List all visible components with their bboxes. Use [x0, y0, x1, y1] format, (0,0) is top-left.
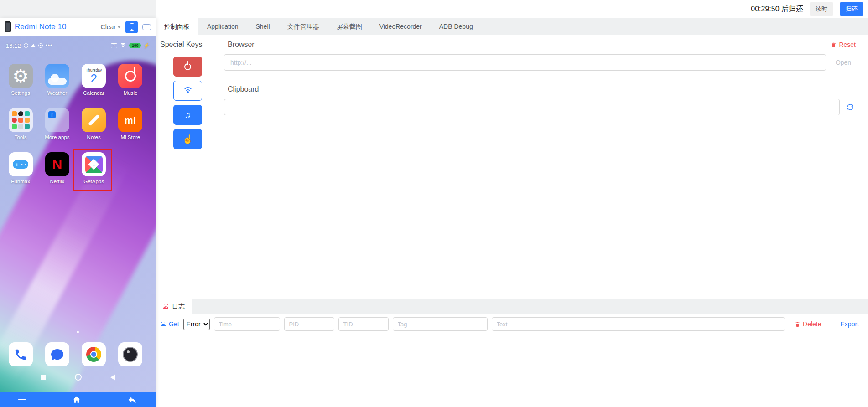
back-triangle-icon[interactable]: [110, 374, 115, 381]
home-circle-icon[interactable]: [75, 374, 82, 381]
special-keys-title: Special Keys: [156, 41, 220, 49]
calendar-day: 2: [90, 72, 97, 85]
browser-url-input[interactable]: [224, 54, 826, 71]
tab-control-panel[interactable]: 控制面板: [156, 18, 198, 35]
log-controls: Get Error Delete Export: [156, 314, 868, 335]
camera-app-icon: [118, 342, 142, 366]
funmax-app-icon: [9, 152, 33, 176]
more-status-icon: •••: [46, 42, 53, 49]
status-time: 16:12: [6, 42, 21, 49]
trash-icon: [831, 42, 837, 48]
power-icon: [184, 63, 191, 70]
return-device-button[interactable]: 归还: [840, 2, 863, 16]
music-note-icon: ♫: [184, 110, 191, 120]
app-tile-calendar[interactable]: Thursday 2 Calendar: [76, 64, 112, 108]
app-tile-weather[interactable]: Weather: [39, 64, 75, 108]
netflix-app-icon: N: [45, 152, 69, 176]
reset-button[interactable]: Reset: [831, 41, 856, 48]
dock-camera[interactable]: [112, 342, 149, 366]
app-label: Settings: [11, 90, 30, 96]
clipboard-refresh-button[interactable]: [840, 103, 861, 111]
clipboard-input[interactable]: [224, 99, 840, 115]
recents-square-icon[interactable]: [41, 375, 46, 380]
tab-screenshot[interactable]: 屏幕截图: [328, 18, 371, 35]
log-pid-filter[interactable]: [284, 317, 334, 331]
extend-session-button[interactable]: 续时: [810, 2, 833, 16]
phone-status-bar: 16:12 ••• ✕ 100 ⚡: [0, 41, 156, 50]
pencil-icon: [88, 114, 100, 126]
log-get-button[interactable]: Get: [160, 320, 179, 328]
tab-video-recorder[interactable]: VideoRecorder: [371, 18, 431, 35]
device-name: Redmi Note 10: [15, 22, 66, 31]
dock-phone[interactable]: [2, 342, 39, 366]
tab-shell[interactable]: Shell: [247, 18, 279, 35]
device-thumbnail-icon: [5, 21, 11, 32]
home-button[interactable]: [72, 395, 81, 404]
phone-screen[interactable]: 16:12 ••• ✕ 100 ⚡ ⚙ Settings: [0, 36, 156, 392]
remote-navbar: [0, 392, 156, 407]
wifi-status-icon: [120, 43, 127, 48]
app-label: Music: [124, 90, 137, 96]
log-panel: 日志 Get Error Delete Export: [156, 299, 868, 407]
device-panel: Redmi Note 10 Clear 16:12 ••• ✕: [0, 18, 156, 407]
gamepad-icon: [13, 160, 28, 169]
top-left-strip: [0, 0, 156, 18]
control-panel-content: Special Keys ♫ ☝ Browser Reset Open: [156, 35, 868, 299]
getapps-selection-box: [73, 149, 112, 191]
app-tile-more-apps-folder[interactable]: f More apps: [39, 108, 75, 152]
log-tag-filter[interactable]: [393, 317, 488, 331]
log-time-filter[interactable]: [214, 317, 280, 331]
landscape-orientation-button[interactable]: [142, 24, 151, 30]
more-apps-folder-icon: f: [45, 108, 69, 132]
tab-file-manager[interactable]: 文件管理器: [279, 18, 328, 35]
power-key-button[interactable]: [173, 57, 202, 77]
tab-log[interactable]: 日志: [156, 299, 192, 314]
app-tile-notes[interactable]: Notes: [76, 108, 112, 152]
app-tile-music[interactable]: Music: [112, 64, 149, 108]
volume-key-button[interactable]: ♫: [173, 105, 202, 125]
app-label: Funmax: [11, 179, 30, 184]
data-saver-status-icon: [38, 43, 43, 48]
android-nav-hints: [0, 374, 156, 381]
log-tid-filter[interactable]: [338, 317, 389, 331]
weather-app-icon: [45, 64, 69, 88]
log-export-button[interactable]: Export: [841, 320, 859, 328]
dock: [2, 342, 149, 366]
main-column: Browser Reset Open Clipboard: [220, 35, 868, 124]
app-label: Notes: [87, 134, 101, 140]
session-timer: 00:29:50 后归还: [751, 5, 803, 14]
clipboard-section-title: Clipboard: [228, 85, 259, 93]
open-url-button[interactable]: Open: [826, 59, 861, 66]
messages-app-icon: [45, 342, 69, 366]
dock-chrome[interactable]: [76, 342, 112, 366]
app-tile-settings[interactable]: ⚙ Settings: [2, 64, 39, 108]
menu-button[interactable]: [18, 397, 26, 403]
chevron-down-icon: [117, 26, 121, 28]
wifi-icon: [183, 87, 193, 94]
calendar-app-icon: Thursday 2: [82, 64, 106, 88]
app-tile-funmax[interactable]: Funmax: [2, 152, 39, 196]
clear-dropdown[interactable]: Clear: [101, 23, 121, 31]
wifi-key-button[interactable]: [173, 81, 202, 101]
log-level-select[interactable]: Error: [183, 319, 210, 330]
tab-application[interactable]: Application: [198, 18, 247, 35]
app-label: Netflix: [50, 179, 64, 184]
no-sim-icon: ✕: [111, 43, 117, 48]
back-button[interactable]: [127, 395, 137, 405]
dock-messages[interactable]: [39, 342, 75, 366]
portrait-orientation-button[interactable]: [125, 21, 138, 33]
log-delete-button[interactable]: Delete: [795, 320, 821, 328]
tools-folder-icon: [9, 108, 33, 132]
notes-app-icon: [82, 108, 106, 132]
tab-adb-debug[interactable]: ADB Debug: [431, 18, 482, 35]
log-text-filter[interactable]: [492, 317, 785, 331]
trash-icon: [795, 321, 800, 327]
phone-portrait-icon: [130, 23, 134, 31]
mi-store-app-icon: mi: [118, 108, 142, 132]
settings-app-icon: ⚙: [9, 64, 33, 88]
app-tile-tools-folder[interactable]: Tools: [2, 108, 39, 152]
app-tile-mi-store[interactable]: mi Mi Store: [112, 108, 149, 152]
android-blue-icon: [160, 322, 166, 326]
app-tile-netflix[interactable]: N Netflix: [39, 152, 75, 196]
touch-key-button[interactable]: ☝: [173, 129, 202, 149]
